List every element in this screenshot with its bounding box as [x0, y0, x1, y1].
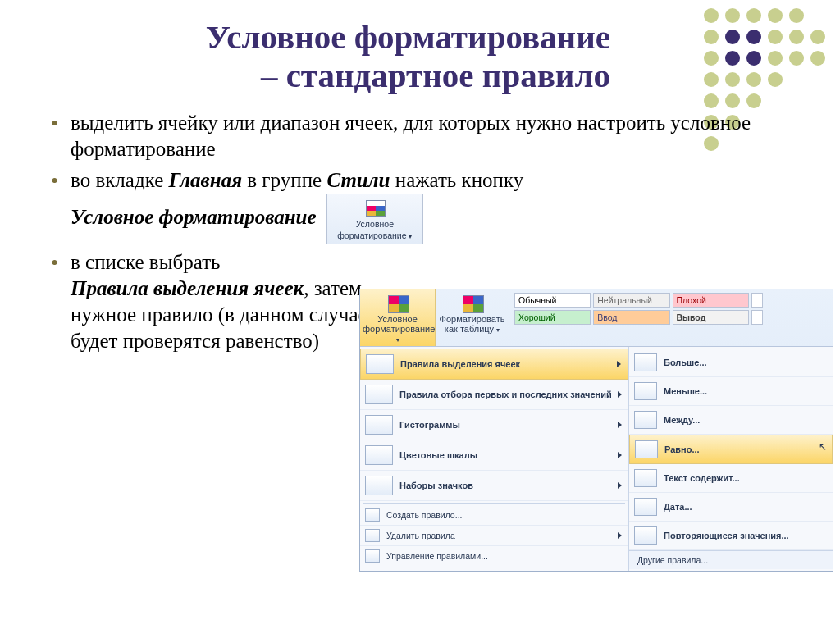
- submenu-date[interactable]: Дата...: [629, 493, 833, 522]
- submenu-greater-than[interactable]: Больше...: [629, 349, 833, 377]
- style-neutral[interactable]: Нейтральный: [593, 293, 669, 308]
- submenu-more-rules[interactable]: Другие правила...: [629, 550, 833, 569]
- style-bad[interactable]: Плохой: [673, 293, 749, 308]
- rules-icon: [366, 354, 394, 374]
- cursor-icon: ↖: [819, 441, 827, 453]
- menu-color-scales[interactable]: Цветовые шкалы: [360, 440, 628, 471]
- cell-styles-gallery[interactable]: Обычный Нейтральный Плохой Хороший Ввод …: [509, 289, 833, 346]
- greater-icon: [634, 353, 657, 371]
- title-line1: Условное форматирование: [206, 18, 610, 56]
- new-rule-icon: [365, 508, 380, 522]
- style-input[interactable]: Ввод: [593, 310, 669, 325]
- iconset-icon: [365, 476, 393, 495]
- menu-manage-rules[interactable]: Управление правилами...: [360, 546, 628, 566]
- submenu-text-contains[interactable]: Текст содержит...: [629, 464, 833, 493]
- submenu-equal-to[interactable]: Равно... ↖: [629, 435, 833, 464]
- cf-main-menu: Правила выделения ячеек Правила отбора п…: [360, 347, 629, 571]
- ribbon-top: Условное форматирование ▾ Форматировать …: [360, 289, 833, 347]
- menu-new-rule[interactable]: Создать правило...: [360, 505, 628, 526]
- chevron-right-icon: [618, 422, 622, 428]
- chevron-right-icon: [618, 482, 622, 489]
- menu-clear-rules[interactable]: Удалить правила: [360, 526, 628, 546]
- bullet-1: выделить ячейку или диапазон ячеек, для …: [48, 110, 807, 162]
- chevron-right-icon: [618, 391, 622, 398]
- submenu-duplicates[interactable]: Повторяющиеся значения...: [629, 522, 833, 550]
- text-icon: [634, 469, 657, 487]
- menu-top-bottom-rules[interactable]: Правила отбора первых и последних значен…: [360, 380, 628, 410]
- between-icon: [634, 411, 657, 429]
- style-scroll[interactable]: [751, 293, 763, 308]
- equal-icon: [635, 440, 658, 458]
- cf-submenu: Больше... Меньше... Между... Равно... ↖: [629, 347, 833, 571]
- manage-icon: [365, 549, 380, 563]
- submenu-between[interactable]: Между...: [629, 406, 833, 435]
- slide-title: Условное форматирование – стандартное пр…: [48, 18, 807, 95]
- conditional-formatting-button[interactable]: Условное форматирование ▾: [326, 194, 423, 244]
- chevron-right-icon: [618, 452, 622, 458]
- style-output[interactable]: Вывод: [673, 310, 749, 325]
- ribbon-screenshot: Условное форматирование ▾ Форматировать …: [359, 289, 833, 572]
- title-line2: – стандартное правило: [261, 57, 610, 94]
- submenu-less-than[interactable]: Меньше...: [629, 377, 833, 406]
- less-icon: [634, 382, 657, 400]
- clear-icon: [365, 529, 380, 542]
- databars-icon: [365, 415, 393, 435]
- menu-data-bars[interactable]: Гистограммы: [360, 410, 628, 440]
- colorscale-icon: [365, 445, 393, 465]
- chevron-right-icon: [618, 532, 622, 539]
- menu-highlight-cells-rules[interactable]: Правила выделения ячеек: [360, 349, 628, 380]
- conditional-formatting-icon: [386, 294, 410, 313]
- dup-icon: [634, 526, 657, 545]
- menu-icon-sets[interactable]: Наборы значков: [360, 471, 628, 501]
- rules-icon: [365, 385, 393, 404]
- table-icon: [460, 294, 485, 313]
- format-as-table-dropdown[interactable]: Форматировать как таблицу ▾: [436, 289, 509, 346]
- style-normal[interactable]: Обычный: [514, 293, 591, 308]
- conditional-formatting-dropdown[interactable]: Условное форматирование ▾: [360, 289, 436, 346]
- bullet-2: во вкладке Главная в группе Стили нажать…: [48, 167, 807, 244]
- style-good[interactable]: Хороший: [514, 310, 591, 325]
- conditional-formatting-icon: [363, 198, 387, 217]
- chevron-right-icon: [617, 361, 621, 367]
- date-icon: [634, 498, 657, 516]
- style-more[interactable]: [751, 310, 763, 325]
